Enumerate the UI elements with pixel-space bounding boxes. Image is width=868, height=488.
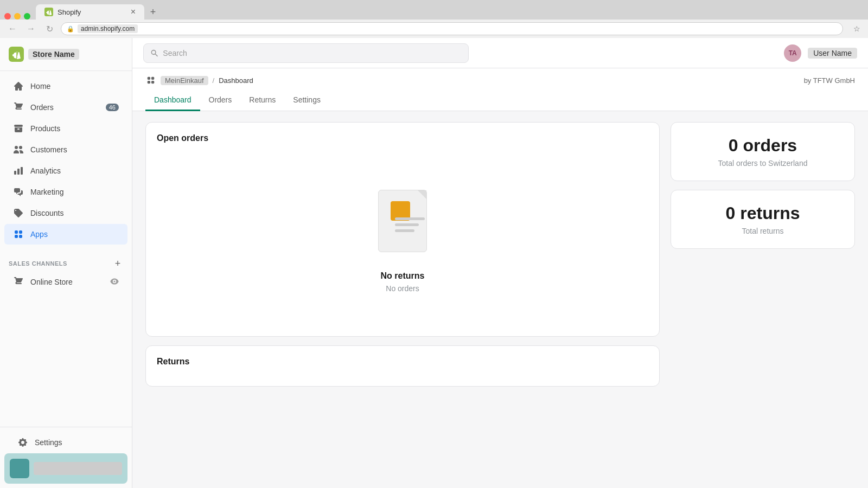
document-page (378, 190, 427, 252)
sidebar: Store Name Home Orders 46 (0, 38, 132, 488)
open-orders-title: Open orders (157, 133, 648, 143)
marketing-icon (13, 187, 24, 197)
doc-line-2 (395, 223, 419, 226)
orders-count: 0 orders (684, 136, 841, 156)
browser-chrome: Shopify × + ← → ↻ 🔒 admin.shopify.com ☆ (0, 0, 868, 38)
apps-label: Apps (30, 230, 48, 239)
bookmark-button[interactable]: ☆ (851, 23, 863, 35)
content-area: MeinEinkauf / Dashboard by TFTW GmbH Das… (132, 68, 868, 488)
breadcrumb-separator: / (213, 76, 215, 85)
sidebar-item-discounts[interactable]: Discounts (4, 203, 127, 223)
empty-illustration (370, 184, 435, 260)
customers-label: Customers (30, 145, 67, 154)
tab-returns[interactable]: Returns (240, 90, 284, 111)
analytics-icon (13, 165, 24, 176)
attribution-text: by TFTW GmbH (804, 76, 855, 85)
side-panel: 0 orders Total orders to Switzerland 0 r… (671, 122, 855, 387)
minimize-button[interactable] (14, 13, 21, 20)
doc-line-3 (395, 229, 414, 232)
shopify-logo: Store Name (9, 47, 79, 62)
forward-button[interactable]: → (24, 22, 38, 36)
sidebar-item-home[interactable]: Home (4, 76, 127, 97)
orders-label: Orders (30, 103, 54, 112)
app-container: Store Name Home Orders 46 (0, 38, 868, 488)
sidebar-item-marketing[interactable]: Marketing (4, 182, 127, 202)
orders-label: Total orders to Switzerland (684, 159, 841, 168)
sidebar-item-online-store[interactable]: Online Store (4, 272, 127, 292)
close-button[interactable] (4, 13, 11, 20)
sales-channels-title: SALES CHANNELS + (9, 258, 123, 269)
store-thumb (10, 459, 29, 478)
empty-state: No returns No orders (157, 152, 648, 325)
sidebar-item-products[interactable]: Products (4, 118, 127, 139)
settings-label: Settings (35, 438, 62, 447)
sidebar-item-analytics[interactable]: Analytics (4, 160, 127, 181)
topbar-right: TA User Name (784, 44, 857, 62)
breadcrumb-current: Dashboard (219, 76, 253, 85)
lock-icon: 🔒 (67, 25, 74, 33)
tab-orders[interactable]: Orders (200, 90, 241, 111)
grid-icon (145, 75, 156, 86)
dashboard-content: Open orders (132, 111, 868, 397)
discounts-label: Discounts (30, 209, 63, 217)
sidebar-item-settings[interactable]: Settings (9, 432, 123, 453)
sidebar-item-apps[interactable]: Apps (4, 224, 127, 245)
sales-channels-section: SALES CHANNELS + (0, 249, 132, 271)
orders-stat-card: 0 orders Total orders to Switzerland (671, 122, 855, 181)
main-content: TA User Name MeinEinkauf / Dashboard by … (132, 38, 868, 488)
user-name: User Name (808, 48, 857, 59)
shopify-icon (9, 47, 24, 62)
tab-label: Shopify (58, 8, 81, 16)
tab-settings[interactable]: Settings (284, 90, 329, 111)
store-card[interactable] (4, 453, 127, 484)
page-header: MeinEinkauf / Dashboard by TFTW GmbH Das… (132, 68, 868, 111)
orders-icon (13, 102, 24, 113)
returns-section: Returns (145, 345, 660, 387)
empty-title: No returns (381, 271, 425, 281)
analytics-label: Analytics (30, 166, 61, 175)
sidebar-item-customers[interactable]: Customers (4, 139, 127, 160)
search-bar[interactable] (143, 43, 469, 63)
browser-tab-shopify[interactable]: Shopify × (36, 4, 144, 20)
shopify-favicon (44, 8, 53, 16)
store-name: Store Name (28, 49, 79, 60)
browser-toolbar: ← → ↻ 🔒 admin.shopify.com ☆ (0, 20, 868, 38)
browser-tabs: Shopify × + (0, 0, 868, 20)
add-sales-channel-button[interactable]: + (112, 258, 123, 269)
document-lines (395, 217, 425, 235)
browser-actions: ☆ (851, 23, 863, 35)
sidebar-navigation: Home Orders 46 Products (0, 71, 132, 249)
breadcrumb-store: MeinEinkauf (161, 76, 208, 85)
avatar: TA (784, 44, 801, 62)
returns-stat-card: 0 returns Total returns (671, 190, 855, 249)
empty-subtitle: No orders (386, 284, 419, 293)
sidebar-item-orders[interactable]: Orders 46 (4, 97, 127, 118)
home-label: Home (30, 82, 50, 91)
online-store-label: Online Store (30, 278, 73, 286)
products-icon (13, 123, 24, 134)
eye-icon[interactable] (110, 277, 119, 287)
tab-close-icon[interactable]: × (131, 7, 136, 17)
online-store-icon (13, 277, 24, 287)
reload-button[interactable]: ↻ (42, 22, 56, 36)
topbar: TA User Name (132, 38, 868, 68)
products-label: Products (30, 124, 60, 133)
store-card-info (34, 462, 122, 475)
address-bar[interactable]: 🔒 admin.shopify.com (61, 22, 843, 35)
tab-dashboard[interactable]: Dashboard (145, 90, 200, 111)
new-tab-button[interactable]: + (145, 4, 161, 20)
sidebar-footer: Settings (0, 427, 132, 488)
maximize-button[interactable] (24, 13, 30, 20)
sidebar-header: Store Name (0, 38, 132, 71)
marketing-label: Marketing (30, 188, 63, 196)
address-text: admin.shopify.com (78, 24, 138, 33)
settings-icon (17, 437, 28, 448)
traffic-lights (4, 13, 30, 20)
returns-count: 0 returns (684, 203, 841, 223)
back-button[interactable]: ← (5, 22, 20, 36)
search-input[interactable] (163, 49, 462, 57)
search-icon (150, 49, 158, 57)
main-panel: Open orders (145, 122, 660, 387)
home-icon (13, 81, 24, 92)
tabs: Dashboard Orders Returns Settings (145, 90, 855, 111)
